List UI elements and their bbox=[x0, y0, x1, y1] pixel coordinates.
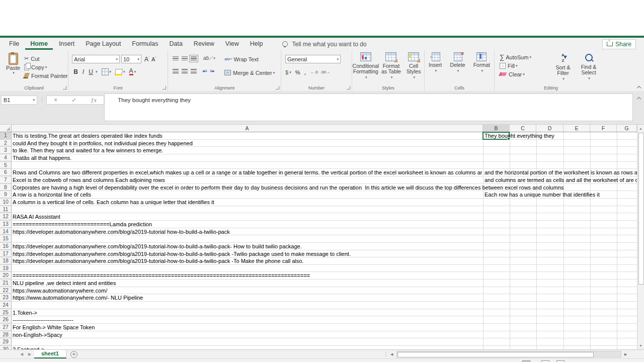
tab-formulas[interactable]: Formulas bbox=[127, 38, 163, 50]
clipboard-dialog-launcher[interactable] bbox=[63, 86, 66, 89]
cell-A28[interactable]: non-English->Spacy bbox=[13, 331, 62, 338]
wrap-text-button[interactable]: ab↩ Wrap Text bbox=[224, 55, 259, 63]
bold-button[interactable]: B bbox=[72, 68, 79, 75]
column-header-G[interactable]: G bbox=[617, 125, 637, 132]
row-header-2[interactable]: 2 bbox=[0, 140, 12, 147]
cell-styles-button[interactable]: Cell Styles▾ bbox=[404, 50, 424, 91]
row-header-3[interactable]: 3 bbox=[0, 147, 12, 154]
name-box-splitter[interactable]: ⋮ bbox=[40, 97, 45, 102]
accounting-format-icon[interactable]: $ bbox=[285, 69, 288, 75]
font-color-icon[interactable]: A bbox=[129, 68, 133, 75]
tab-view[interactable]: View bbox=[220, 38, 244, 50]
row-header-10[interactable]: 10 bbox=[0, 199, 12, 206]
column-header-F[interactable]: F bbox=[590, 125, 617, 132]
row-header-23[interactable]: 23 bbox=[0, 294, 12, 301]
font-size-select[interactable]: 10▾ bbox=[121, 55, 141, 63]
cell-B6[interactable]: and the horizontal portion of the worksh… bbox=[485, 169, 637, 176]
row-header-26[interactable]: 26 bbox=[0, 316, 12, 323]
row-header-5[interactable]: 5 bbox=[0, 162, 12, 169]
tab-insert[interactable]: Insert bbox=[54, 38, 79, 50]
comma-style-icon[interactable]: , bbox=[304, 68, 306, 76]
horizontal-scrollbar[interactable] bbox=[396, 351, 621, 357]
row-header-4[interactable]: 4 bbox=[0, 154, 12, 161]
row-header-20[interactable]: 20 bbox=[0, 272, 12, 279]
tab-data[interactable]: Data bbox=[164, 38, 187, 50]
horizontal-scrollbar-thumb[interactable] bbox=[397, 352, 594, 357]
tell-me-box[interactable]: Tell me what you want to do bbox=[282, 41, 366, 48]
fill-color-icon[interactable] bbox=[115, 69, 123, 75]
cell-A18[interactable]: https://developer.automationanywhere.com… bbox=[13, 257, 303, 264]
cell-A3[interactable]: to like. Then they sat and waited for a … bbox=[13, 147, 163, 154]
row-header-27[interactable]: 27 bbox=[0, 324, 12, 331]
cell-B7[interactable]: and columns are termed as cells and all … bbox=[485, 176, 637, 184]
row-header-1[interactable]: 1 bbox=[0, 132, 12, 139]
number-dialog-launcher[interactable] bbox=[347, 86, 350, 89]
row-header-16[interactable]: 16 bbox=[0, 243, 12, 250]
top-align-icon[interactable] bbox=[173, 56, 179, 61]
borders-icon[interactable] bbox=[102, 68, 109, 75]
tab-split-handle[interactable]: ⋮ bbox=[383, 351, 388, 356]
vertical-scrollbar-thumb[interactable] bbox=[638, 133, 644, 285]
conditional-formatting-button[interactable]: Conditional Formatting▾ bbox=[353, 50, 379, 91]
cell-A9[interactable]: A row is a horizontal line of cells bbox=[13, 191, 91, 198]
copy-button[interactable]: Copy▾ bbox=[24, 63, 68, 71]
row-header-9[interactable]: 9 bbox=[0, 191, 12, 198]
row-header-25[interactable]: 25 bbox=[0, 309, 12, 316]
row-header-19[interactable]: 19 bbox=[0, 265, 12, 272]
cell-A21[interactable]: NLU pipeline ,we detect intent and entit… bbox=[13, 280, 116, 287]
tab-help[interactable]: Help bbox=[245, 38, 268, 50]
alignment-dialog-launcher[interactable] bbox=[276, 86, 279, 89]
fill-button[interactable]: ↓Fill▾ bbox=[500, 61, 531, 70]
clear-button[interactable]: Clear▾ bbox=[500, 70, 531, 78]
cut-button[interactable]: ✂Cut bbox=[24, 54, 68, 63]
cancel-button[interactable]: × bbox=[54, 97, 57, 104]
vertical-scrollbar[interactable]: ▲ ▼ bbox=[637, 125, 644, 349]
number-format-select[interactable]: General▾ bbox=[285, 55, 341, 63]
row-header-15[interactable]: 15 bbox=[0, 235, 12, 242]
prev-sheet-icon[interactable]: ◀ bbox=[20, 352, 23, 356]
font-dialog-launcher[interactable] bbox=[163, 86, 166, 89]
format-cells-button[interactable]: ↔ Format▾ bbox=[473, 50, 490, 91]
row-header-22[interactable]: 22 bbox=[0, 287, 12, 294]
find-select-button[interactable]: Find & Select▾ bbox=[576, 50, 601, 81]
tab-review[interactable]: Review bbox=[189, 38, 219, 50]
tab-home[interactable]: Home bbox=[25, 38, 53, 50]
cell-A30[interactable]: 2.Featured-> bbox=[13, 346, 44, 349]
cell-A22[interactable]: https://www.automationanywhere.com/ bbox=[13, 287, 107, 294]
enter-button[interactable]: ✓ bbox=[71, 97, 76, 104]
cell-A4[interactable]: Thatâs all that happens. bbox=[13, 154, 71, 161]
cell-A14[interactable]: https://developer.automationanywhere.com… bbox=[13, 228, 230, 235]
cell-A8[interactable]: Corporates are having a high level of de… bbox=[13, 184, 564, 191]
row-header-18[interactable]: 18 bbox=[0, 257, 12, 264]
autosum-button[interactable]: ∑AutoSum▾ bbox=[500, 53, 531, 61]
cell-A26[interactable]: --------------------------------- bbox=[13, 316, 73, 323]
collapse-formula-bar-button[interactable] bbox=[636, 96, 641, 101]
paste-button[interactable]: Paste▾ bbox=[4, 53, 22, 75]
align-left-icon[interactable] bbox=[173, 69, 179, 73]
scroll-up-icon[interactable]: ▲ bbox=[639, 127, 642, 130]
name-box[interactable]: B1▾ bbox=[1, 96, 37, 105]
cell-A12[interactable]: RASA AI Asssistant bbox=[13, 213, 60, 220]
column-header-A[interactable]: A bbox=[12, 125, 483, 132]
column-header-B[interactable]: B bbox=[483, 125, 510, 132]
grow-font-button[interactable]: Aˆ bbox=[144, 56, 149, 63]
row-header-24[interactable]: 24 bbox=[0, 302, 12, 309]
cell-B1[interactable]: They bought everything they bbox=[485, 132, 554, 139]
scroll-left-icon[interactable]: ◀ bbox=[390, 352, 393, 356]
tab-file[interactable]: File bbox=[4, 38, 24, 50]
font-name-select[interactable]: Arial▾ bbox=[72, 55, 120, 63]
insert-cells-button[interactable]: ← Insert▾ bbox=[429, 50, 442, 91]
cell-A20[interactable]: ========================================… bbox=[13, 272, 310, 279]
tab-page-layout[interactable]: Page Layout bbox=[80, 38, 126, 50]
row-header-14[interactable]: 14 bbox=[0, 228, 12, 235]
row-header-8[interactable]: 8 bbox=[0, 184, 12, 191]
cell-B9[interactable]: Each row has a unique number that identi… bbox=[485, 191, 600, 198]
cell-A23[interactable]: https://www.automationanywhere.com/- NLU… bbox=[13, 294, 143, 301]
share-button[interactable]: Share bbox=[602, 39, 636, 49]
shrink-font-button[interactable]: Aˇ bbox=[151, 56, 156, 62]
next-sheet-icon[interactable]: ▶ bbox=[28, 352, 31, 356]
collapse-ribbon-button[interactable] bbox=[637, 85, 641, 89]
cell-A2[interactable]: could And they bought it in portfolios, … bbox=[13, 140, 193, 147]
italic-button[interactable]: I bbox=[79, 68, 87, 75]
row-header-17[interactable]: 17 bbox=[0, 250, 12, 257]
